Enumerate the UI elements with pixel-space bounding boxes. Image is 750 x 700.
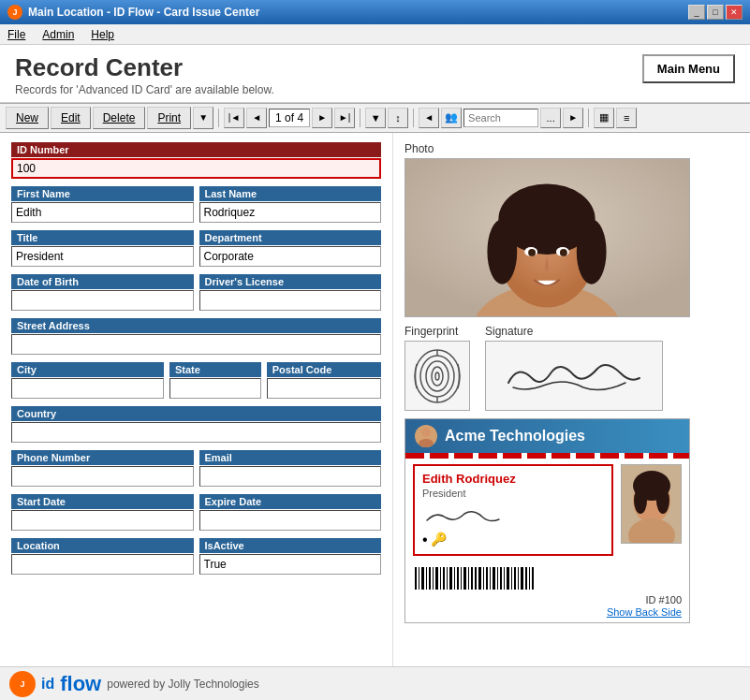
svg-rect-49 bbox=[490, 567, 491, 590]
delete-button[interactable]: Delete bbox=[93, 107, 146, 129]
svg-rect-58 bbox=[521, 567, 523, 590]
title-input[interactable] bbox=[11, 246, 194, 267]
show-back-side-link[interactable]: Show Back Side bbox=[607, 606, 682, 618]
svg-rect-46 bbox=[478, 567, 481, 590]
next-record-button[interactable]: ► bbox=[312, 108, 332, 128]
minimize-button[interactable]: _ bbox=[688, 5, 705, 20]
window-title: Main Location - ID Flow - Card Issue Cen… bbox=[28, 6, 259, 19]
country-label: Country bbox=[11, 406, 381, 421]
card-name-box: Edith Rodriquez President • 🔑 bbox=[413, 464, 613, 556]
search-input[interactable] bbox=[463, 109, 538, 127]
record-count: 1 of 4 bbox=[269, 109, 310, 127]
id-number-input[interactable] bbox=[11, 158, 381, 179]
svg-point-6 bbox=[487, 219, 517, 284]
expire-date-input[interactable] bbox=[199, 510, 382, 531]
phone-input[interactable] bbox=[11, 466, 194, 487]
card-id-number: ID #100 bbox=[645, 594, 682, 605]
last-name-input[interactable] bbox=[199, 202, 382, 223]
country-group: Country bbox=[11, 406, 381, 443]
country-input[interactable] bbox=[11, 422, 381, 443]
name-row: First Name Last Name bbox=[11, 186, 381, 230]
is-active-input[interactable] bbox=[199, 554, 382, 575]
dates-row: Start Date Expire Date bbox=[11, 494, 381, 538]
new-button[interactable]: New bbox=[6, 107, 49, 129]
id-number-group: ID Number bbox=[11, 142, 381, 179]
page-subtitle: Records for 'Advanced ID Card' are avail… bbox=[15, 83, 274, 96]
svg-rect-50 bbox=[493, 567, 495, 590]
city-input[interactable] bbox=[11, 378, 164, 399]
id-text: id bbox=[41, 676, 54, 693]
is-active-label: IsActive bbox=[199, 538, 382, 553]
svg-rect-37 bbox=[447, 567, 448, 590]
sort-button[interactable]: ↕ bbox=[388, 108, 408, 128]
main-menu-button[interactable]: Main Menu bbox=[642, 54, 735, 83]
svg-point-25 bbox=[656, 488, 669, 514]
prev-record-button[interactable]: ◄ bbox=[246, 108, 267, 128]
svg-rect-45 bbox=[475, 567, 477, 590]
email-input[interactable] bbox=[199, 466, 382, 487]
last-record-button[interactable]: ►| bbox=[334, 108, 355, 128]
svg-rect-41 bbox=[461, 567, 462, 590]
maximize-button[interactable]: □ bbox=[707, 5, 724, 20]
location-group: Location bbox=[11, 538, 194, 575]
fingerprint-section: Fingerprint bbox=[404, 325, 470, 411]
print-dropdown-arrow[interactable]: ▼ bbox=[193, 107, 213, 129]
first-record-button[interactable]: |◄ bbox=[224, 108, 244, 128]
edit-button[interactable]: Edit bbox=[51, 107, 91, 129]
street-address-input[interactable] bbox=[11, 334, 381, 355]
phone-label: Phone Number bbox=[11, 450, 194, 465]
forward-nav-button[interactable]: ► bbox=[563, 108, 583, 128]
start-date-input[interactable] bbox=[11, 510, 194, 531]
drivers-license-label: Driver's License bbox=[199, 274, 382, 289]
menu-bar: File Admin Help bbox=[0, 24, 750, 45]
svg-rect-54 bbox=[507, 567, 509, 590]
photo-section: Photo bbox=[404, 142, 739, 317]
powered-by-text: powered by Jolly Technologies bbox=[107, 678, 259, 691]
email-group: Email bbox=[199, 450, 382, 487]
barcode-svg bbox=[413, 565, 535, 591]
svg-rect-61 bbox=[532, 567, 534, 590]
print-button[interactable]: Print bbox=[147, 107, 191, 129]
toolbar-separator-4 bbox=[588, 109, 589, 127]
view-grid-button[interactable]: ▦ bbox=[594, 108, 614, 128]
menu-help[interactable]: Help bbox=[87, 27, 118, 42]
svg-rect-40 bbox=[457, 567, 459, 590]
dob-input[interactable] bbox=[11, 290, 194, 311]
menu-file[interactable]: File bbox=[4, 27, 29, 42]
card-person-name: Edith Rodriquez bbox=[422, 472, 604, 486]
svg-rect-53 bbox=[504, 567, 505, 590]
card-header: Acme Technologies bbox=[405, 419, 689, 453]
view-list-button[interactable]: ≡ bbox=[616, 108, 637, 128]
title-dept-row: Title Department bbox=[11, 230, 381, 274]
first-name-input[interactable] bbox=[11, 202, 194, 223]
location-input[interactable] bbox=[11, 554, 194, 575]
drivers-license-input[interactable] bbox=[199, 290, 382, 311]
person-photo bbox=[405, 158, 689, 317]
close-button[interactable]: ✕ bbox=[726, 5, 743, 20]
back-nav-button[interactable]: ◄ bbox=[419, 108, 439, 128]
svg-point-15 bbox=[432, 367, 443, 386]
content-area: ID Number First Name Last Name Title bbox=[0, 133, 750, 666]
svg-point-10 bbox=[528, 249, 536, 256]
photo-box bbox=[404, 158, 690, 317]
more-button[interactable]: ... bbox=[540, 108, 561, 128]
signature-label: Signature bbox=[485, 325, 663, 338]
biometrics-row: Fingerprint bbox=[404, 325, 739, 411]
svg-point-7 bbox=[577, 219, 607, 284]
dob-label: Date of Birth bbox=[11, 274, 194, 289]
card-id-area: ID #100 bbox=[413, 594, 682, 605]
state-input[interactable] bbox=[169, 378, 261, 399]
postal-code-input[interactable] bbox=[267, 378, 381, 399]
filter-button[interactable]: ▼ bbox=[365, 108, 386, 128]
street-address-group: Street Address bbox=[11, 318, 381, 355]
card-dots: • 🔑 bbox=[422, 532, 604, 548]
menu-admin[interactable]: Admin bbox=[38, 27, 78, 42]
id-number-label: ID Number bbox=[11, 142, 381, 157]
svg-rect-30 bbox=[421, 567, 424, 590]
svg-rect-55 bbox=[511, 567, 512, 590]
department-input[interactable] bbox=[199, 246, 382, 267]
svg-rect-52 bbox=[500, 567, 502, 590]
signature-section: Signature bbox=[485, 325, 663, 411]
svg-rect-35 bbox=[440, 567, 441, 590]
people-button[interactable]: 👥 bbox=[441, 108, 462, 128]
